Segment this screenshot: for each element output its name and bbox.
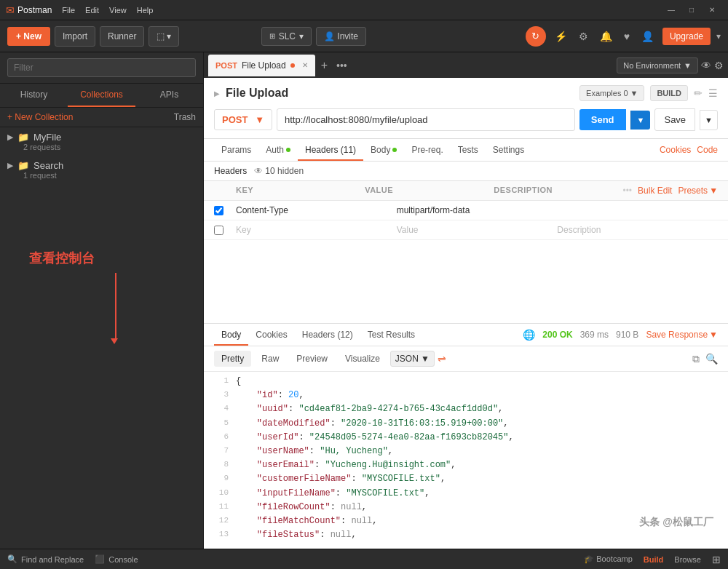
new-collection-button[interactable]: + New Collection	[7, 112, 73, 122]
tab-collections[interactable]: Collections	[68, 84, 135, 107]
menu-help[interactable]: Help	[132, 4, 158, 16]
sync-button[interactable]: ↻	[526, 26, 546, 47]
tab-settings[interactable]: Settings	[486, 139, 531, 161]
settings-icon[interactable]: ⚙	[576, 28, 591, 45]
no-environment-button[interactable]: No Environment ▼	[617, 57, 698, 73]
resp-tab-headers[interactable]: Headers (12)	[295, 324, 360, 346]
console-button[interactable]: ⬛ Console	[95, 554, 138, 564]
copy-response-icon[interactable]: ⧉	[692, 353, 700, 365]
tab-apis[interactable]: APIs	[135, 84, 203, 107]
resp-subtab-preview[interactable]: Preview	[289, 351, 335, 367]
tab-prereq[interactable]: Pre-req.	[404, 139, 450, 161]
resp-subtab-pretty[interactable]: Pretty	[214, 351, 251, 367]
menu-edit[interactable]: Edit	[81, 4, 103, 16]
hidden-headers-badge[interactable]: 👁 10 hidden	[254, 166, 304, 176]
headers-table: KEY VALUE DESCRIPTION ••• Bulk Edit Pres…	[204, 181, 728, 323]
app-name: Postman	[17, 5, 52, 15]
more-tabs-button[interactable]: •••	[333, 60, 350, 71]
edit-icon[interactable]: ✏	[694, 87, 703, 99]
headers-subtab: Headers 👁 10 hidden	[204, 162, 728, 181]
cookies-link[interactable]: Cookies	[660, 145, 691, 155]
save-dropdown-button[interactable]: ▼	[700, 110, 718, 130]
tab-tests[interactable]: Tests	[451, 139, 486, 161]
request-tab[interactable]: POST File Upload ✕	[208, 55, 315, 76]
checkbox-input-1[interactable]	[214, 206, 223, 215]
row-1-value[interactable]: multipart/form-data	[397, 205, 558, 215]
collapse-arrow-icon[interactable]: ▶	[214, 89, 220, 98]
resp-subtab-raw[interactable]: Raw	[254, 351, 286, 367]
profile-icon[interactable]: 👤	[638, 28, 657, 45]
examples-row: Examples 0 ▼ BUILD ✏ ☰	[579, 85, 718, 101]
build-mode-button[interactable]: Build	[644, 555, 664, 564]
browse-button[interactable]: Browse	[674, 555, 701, 564]
collection-search[interactable]: ▶ 📁 Search 1 request	[0, 156, 203, 184]
settings-env-icon[interactable]: ⚙	[714, 60, 724, 71]
capture-button[interactable]: ⬚ ▾	[149, 26, 179, 47]
bootcamp-button[interactable]: 🎓 Bootcamp	[584, 554, 633, 564]
import-button[interactable]: Import	[55, 26, 95, 47]
save-response-button[interactable]: Save Response ▼	[646, 330, 718, 340]
row-1-checkbox[interactable]	[214, 206, 236, 215]
tab-history[interactable]: History	[0, 84, 68, 107]
new-button-label: + New	[16, 31, 41, 41]
close-button[interactable]: ✕	[702, 0, 722, 20]
collection-myfile-count: 2 requests	[23, 143, 196, 151]
menu-file[interactable]: File	[58, 4, 79, 16]
resp-subtab-visualize[interactable]: Visualize	[338, 351, 387, 367]
row-1-key[interactable]: Content-Type	[236, 205, 397, 215]
more-actions-icon[interactable]: •••	[622, 186, 632, 196]
upgrade-button[interactable]: Upgrade	[662, 28, 711, 45]
grid-icon[interactable]: ⊞	[712, 554, 721, 565]
eye-icon[interactable]: 👁	[701, 60, 711, 71]
json-line-4: 4 "uuid": "cd4eaf81-2ba9-4274-b765-43c4a…	[214, 402, 718, 416]
format-icon[interactable]: ⇌	[438, 353, 446, 365]
filter-input[interactable]	[7, 58, 196, 77]
heart-icon[interactable]: ♥	[621, 28, 633, 45]
examples-button[interactable]: Examples 0 ▼	[579, 85, 644, 101]
maximize-button[interactable]: □	[681, 0, 702, 20]
add-tab-button[interactable]: +	[317, 59, 332, 72]
code-link[interactable]: Code	[697, 145, 718, 155]
lightning-icon[interactable]: ⚡	[552, 28, 570, 45]
headers-subtab-item[interactable]: Headers	[214, 166, 247, 176]
send-dropdown-button[interactable]: ▼	[630, 111, 651, 130]
tab-body[interactable]: Body	[363, 139, 404, 161]
table-row-empty: Key Value Description	[204, 220, 728, 240]
method-selector[interactable]: POST ▼	[214, 109, 272, 130]
url-input[interactable]	[277, 108, 575, 131]
minimize-button[interactable]: —	[661, 0, 681, 20]
resp-tab-cookies[interactable]: Cookies	[248, 324, 294, 346]
search-response-icon[interactable]: 🔍	[705, 353, 718, 365]
resp-tab-test-results[interactable]: Test Results	[360, 324, 422, 346]
sidebar-tabs: History Collections APIs	[0, 84, 203, 108]
tab-close-icon[interactable]: ✕	[302, 61, 308, 69]
annotation-arrow-line	[115, 273, 116, 338]
collection-myfile[interactable]: ▶ 📁 MyFile 2 requests	[0, 127, 203, 156]
globe-icon[interactable]: 🌐	[523, 329, 535, 341]
workspace-button[interactable]: ⊞ SLC ▾	[261, 27, 312, 46]
row-empty-checkbox[interactable]	[214, 226, 236, 235]
save-button[interactable]: Save	[654, 108, 695, 131]
bulk-edit-button[interactable]: Bulk Edit	[638, 186, 672, 196]
format-selector[interactable]: JSON ▼	[390, 351, 435, 367]
row-empty-key[interactable]: Key	[236, 225, 397, 235]
docs-icon[interactable]: ☰	[708, 87, 718, 99]
menu-view[interactable]: View	[105, 4, 131, 16]
tab-params[interactable]: Params	[214, 139, 258, 161]
presets-button[interactable]: Presets ▼	[678, 186, 718, 196]
trash-button[interactable]: Trash	[174, 112, 196, 122]
build-button[interactable]: BUILD	[650, 85, 688, 101]
resp-tab-body[interactable]: Body	[214, 324, 248, 346]
tab-auth[interactable]: Auth	[258, 139, 298, 161]
bell-icon[interactable]: 🔔	[597, 28, 615, 45]
toolbar-right: ↻ ⚡ ⚙ 🔔 ♥ 👤 Upgrade ▾	[526, 26, 721, 47]
request-title: File Upload	[226, 87, 288, 100]
checkbox-input-empty[interactable]	[214, 226, 223, 235]
runner-button[interactable]: Runner	[100, 26, 144, 47]
invite-button[interactable]: 👤 Invite	[316, 27, 366, 46]
tab-headers[interactable]: Headers (11)	[298, 139, 363, 161]
new-button[interactable]: + New	[7, 27, 50, 46]
row-empty-value[interactable]: Value	[397, 225, 558, 235]
send-button[interactable]: Send	[579, 109, 626, 130]
find-replace-button[interactable]: 🔍 Find and Replace	[7, 554, 84, 564]
